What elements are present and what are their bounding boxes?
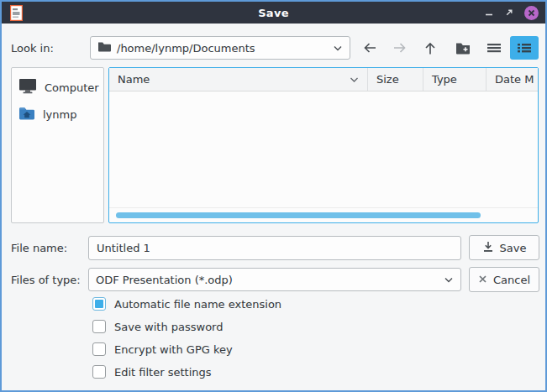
file-name-label: File name: xyxy=(11,242,67,254)
column-header-type[interactable]: Type xyxy=(423,68,487,91)
maximize-icon[interactable] xyxy=(500,2,518,24)
up-button[interactable] xyxy=(418,36,443,60)
back-button[interactable] xyxy=(357,36,382,60)
chevron-down-icon xyxy=(333,42,343,55)
sidebar-item-label: lynmp xyxy=(43,108,76,121)
home-folder-icon xyxy=(18,107,35,123)
save-button[interactable]: Save xyxy=(469,235,539,260)
new-folder-button[interactable] xyxy=(450,36,476,60)
minimize-icon[interactable] xyxy=(480,2,498,24)
titlebar[interactable]: Save xyxy=(2,2,545,24)
checkbox-save-with-password[interactable]: Save with password xyxy=(92,320,223,333)
file-list-panel[interactable]: Name Size Type Date M xyxy=(108,67,539,223)
checkbox-icon[interactable] xyxy=(92,365,106,379)
detail-view-button[interactable] xyxy=(510,36,539,60)
sidebar-item-lynmp[interactable]: lynmp xyxy=(12,102,103,128)
sidebar-item-computer[interactable]: Computer xyxy=(12,73,103,102)
sort-chevron-icon xyxy=(350,73,359,86)
look-in-label: Look in: xyxy=(11,42,54,55)
places-sidebar: Computer lynmp xyxy=(11,67,104,223)
file-list-header: Name Size Type Date M xyxy=(109,68,538,91)
column-header-name[interactable]: Name xyxy=(109,68,368,91)
chevron-down-icon xyxy=(444,274,454,286)
file-type-value: ODF Presentation (*.odp) xyxy=(96,274,233,286)
look-in-combobox[interactable]: /home/lynmp/Documents xyxy=(90,36,350,60)
sidebar-item-label: Computer xyxy=(45,81,99,94)
column-header-size[interactable]: Size xyxy=(368,68,423,91)
checkbox-encrypt-gpg[interactable]: Encrypt with GPG key xyxy=(92,342,233,356)
look-in-path: /home/lynmp/Documents xyxy=(117,42,255,55)
checkbox-icon[interactable] xyxy=(92,297,106,311)
file-list-footer xyxy=(109,207,538,222)
computer-icon xyxy=(18,78,37,97)
close-x-icon xyxy=(478,274,487,286)
file-list-empty-area[interactable] xyxy=(109,91,538,207)
close-icon[interactable] xyxy=(522,2,540,24)
checkbox-automatic-extension[interactable]: Automatic file name extension xyxy=(92,297,281,311)
file-type-combobox[interactable]: ODF Presentation (*.odp) xyxy=(88,268,461,291)
folder-icon xyxy=(97,41,111,55)
checkbox-icon[interactable] xyxy=(92,320,106,333)
list-view-button[interactable] xyxy=(481,36,507,60)
files-of-type-label: Files of type: xyxy=(11,274,81,286)
save-dialog-window: Save Look in: /home/lynmp/Documents xyxy=(0,0,547,392)
save-icon xyxy=(482,241,494,255)
horizontal-scrollbar[interactable] xyxy=(116,212,481,218)
window-title: Save xyxy=(2,7,545,19)
cancel-button[interactable]: Cancel xyxy=(469,267,539,292)
column-header-date-modified[interactable]: Date M xyxy=(487,68,538,91)
checkbox-icon[interactable] xyxy=(92,342,106,356)
forward-button[interactable] xyxy=(387,36,413,60)
checkbox-edit-filter-settings[interactable]: Edit filter settings xyxy=(92,365,212,379)
file-name-input[interactable] xyxy=(88,236,461,260)
